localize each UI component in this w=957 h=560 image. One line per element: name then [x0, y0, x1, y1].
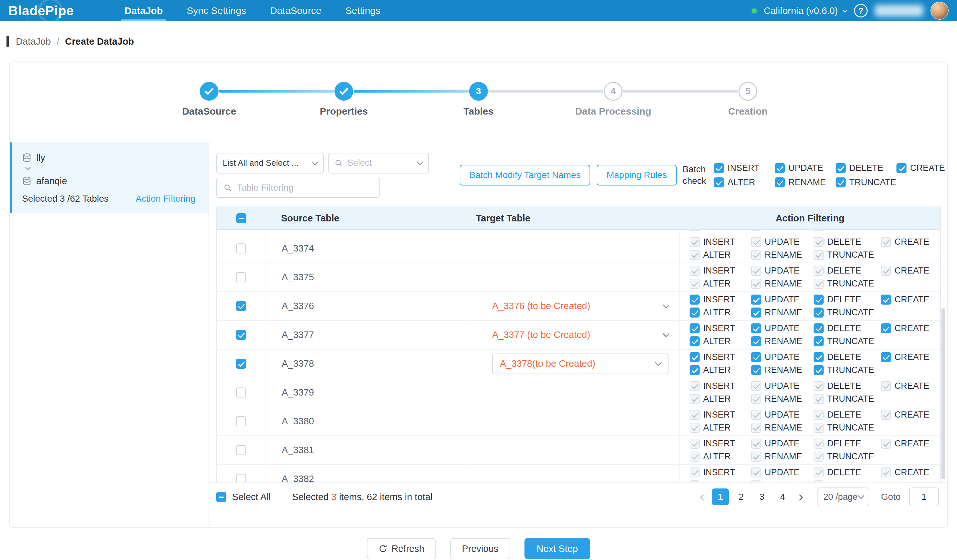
- action-checkbox-insert[interactable]: [690, 295, 700, 304]
- action-checkbox-truncate[interactable]: [813, 308, 824, 317]
- page-button-4[interactable]: 4: [774, 489, 791, 505]
- next-step-button[interactable]: Next Step: [524, 538, 590, 559]
- batch-action-alter[interactable]: ALTER: [714, 177, 775, 188]
- row-select-checkbox[interactable]: [236, 388, 246, 398]
- row-action-truncate[interactable]: TRUNCATE: [813, 365, 881, 375]
- row-action-update[interactable]: UPDATE: [751, 323, 813, 333]
- select-all-checkbox[interactable]: [216, 492, 226, 502]
- row-action-rename[interactable]: RENAME: [751, 336, 813, 346]
- nav-item-datajob[interactable]: DataJob: [122, 0, 164, 21]
- action-checkbox-insert[interactable]: [690, 352, 700, 362]
- row-select-checkbox[interactable]: [236, 272, 246, 282]
- step-circle-datasource[interactable]: [200, 82, 218, 101]
- nav-item-datasource[interactable]: DataSource: [268, 0, 323, 21]
- batch-action-delete[interactable]: DELETE: [835, 163, 897, 173]
- row-action-create[interactable]: CREATE: [881, 295, 936, 304]
- row-action-create[interactable]: CREATE: [881, 352, 936, 362]
- batch-checkbox-update[interactable]: [775, 163, 785, 173]
- batch-checkbox-insert[interactable]: [714, 163, 724, 173]
- action-checkbox-alter[interactable]: [690, 336, 700, 346]
- target-table-select[interactable]: A_3378(to be Created): [492, 353, 668, 374]
- step-circle-tables[interactable]: 3: [469, 82, 488, 101]
- row-action-alter[interactable]: ALTER: [690, 336, 751, 346]
- prev-page-icon[interactable]: ‹: [696, 489, 708, 505]
- row-action-truncate[interactable]: TRUNCATE: [813, 308, 881, 317]
- action-checkbox-alter[interactable]: [690, 308, 700, 317]
- step-circle-creation[interactable]: 5: [739, 82, 757, 101]
- row-action-rename[interactable]: RENAME: [751, 365, 813, 375]
- nav-item-sync-settings[interactable]: Sync Settings: [185, 0, 248, 21]
- action-checkbox-create[interactable]: [881, 352, 891, 362]
- batch-checkbox-rename[interactable]: [775, 177, 785, 188]
- batch-modify-target-names-button[interactable]: Batch Modify Target Names: [460, 165, 590, 186]
- action-checkbox-alter[interactable]: [690, 365, 700, 375]
- action-checkbox-update[interactable]: [751, 352, 761, 362]
- mapping-rules-button[interactable]: Mapping Rules: [597, 165, 677, 186]
- batch-checkbox-delete[interactable]: [835, 163, 846, 173]
- batch-checkbox-alter[interactable]: [714, 177, 724, 188]
- action-checkbox-create[interactable]: [881, 295, 891, 304]
- batch-action-create[interactable]: CREATE: [897, 163, 948, 173]
- action-checkbox-delete[interactable]: [813, 295, 824, 304]
- action-checkbox-rename[interactable]: [751, 365, 761, 375]
- help-icon[interactable]: ?: [854, 4, 868, 17]
- previous-button[interactable]: Previous: [450, 538, 510, 559]
- row-select-checkbox[interactable]: [236, 445, 246, 455]
- action-checkbox-rename[interactable]: [751, 336, 761, 346]
- row-action-alter[interactable]: ALTER: [690, 365, 751, 375]
- action-checkbox-insert[interactable]: [690, 323, 700, 333]
- batch-checkbox-truncate[interactable]: [835, 177, 846, 188]
- batch-action-insert[interactable]: INSERT: [714, 163, 775, 173]
- action-checkbox-truncate[interactable]: [813, 336, 824, 346]
- row-action-truncate[interactable]: TRUNCATE: [813, 336, 881, 346]
- row-select-checkbox[interactable]: [236, 359, 246, 369]
- datasource-pair-panel[interactable]: lly afanqie Selected 3 /62 Tables Action…: [10, 142, 208, 213]
- batch-action-truncate[interactable]: TRUNCATE: [835, 177, 897, 188]
- row-action-delete[interactable]: DELETE: [813, 323, 881, 333]
- action-filtering-link[interactable]: Action Filtering: [136, 194, 196, 204]
- row-action-update[interactable]: UPDATE: [751, 352, 813, 362]
- row-select-checkbox[interactable]: [236, 416, 246, 426]
- row-action-insert[interactable]: INSERT: [690, 352, 751, 362]
- row-select-checkbox[interactable]: [236, 301, 246, 311]
- select-all-header-checkbox[interactable]: [236, 213, 246, 223]
- row-action-alter[interactable]: ALTER: [690, 308, 751, 317]
- row-action-create[interactable]: CREATE: [881, 323, 936, 333]
- page-size-select[interactable]: 20 /page: [818, 487, 869, 506]
- row-action-insert[interactable]: INSERT: [690, 295, 751, 304]
- table-filter-input[interactable]: [237, 183, 373, 193]
- action-checkbox-rename[interactable]: [751, 308, 761, 317]
- breadcrumb-root[interactable]: DataJob: [16, 36, 51, 47]
- batch-action-update[interactable]: UPDATE: [775, 163, 835, 173]
- row-action-delete[interactable]: DELETE: [813, 295, 881, 304]
- column-select[interactable]: Select: [328, 153, 429, 174]
- next-page-icon[interactable]: ›: [795, 489, 807, 505]
- region-selector[interactable]: California (v0.6.0): [764, 5, 847, 16]
- action-checkbox-delete[interactable]: [813, 352, 824, 362]
- row-action-update[interactable]: UPDATE: [751, 295, 813, 304]
- batch-action-rename[interactable]: RENAME: [775, 177, 835, 188]
- target-table-select[interactable]: A_3376 (to be Created): [492, 301, 668, 311]
- action-checkbox-update[interactable]: [751, 323, 761, 333]
- action-checkbox-update[interactable]: [751, 295, 761, 304]
- action-checkbox-delete[interactable]: [813, 323, 824, 333]
- page-button-3[interactable]: 3: [753, 489, 770, 505]
- row-select-checkbox[interactable]: [236, 243, 246, 254]
- action-checkbox-truncate[interactable]: [813, 365, 824, 375]
- list-mode-select[interactable]: List All and Select ...: [216, 153, 324, 174]
- step-circle-properties[interactable]: [335, 82, 353, 101]
- page-button-2[interactable]: 2: [733, 489, 750, 505]
- batch-checkbox-create[interactable]: [897, 163, 906, 173]
- refresh-button[interactable]: Refresh: [367, 538, 436, 559]
- goto-page-input[interactable]: [909, 487, 939, 506]
- action-checkbox-create[interactable]: [881, 323, 891, 333]
- page-button-1[interactable]: 1: [712, 489, 729, 505]
- row-action-delete[interactable]: DELETE: [813, 352, 881, 362]
- row-select-checkbox[interactable]: [236, 330, 246, 340]
- avatar[interactable]: [930, 2, 949, 20]
- row-action-insert[interactable]: INSERT: [690, 323, 751, 333]
- step-circle-data-processing[interactable]: 4: [604, 82, 622, 101]
- nav-item-settings[interactable]: Settings: [344, 0, 382, 21]
- target-table-select[interactable]: A_3377 (to be Created): [492, 330, 668, 340]
- vertical-scrollbar[interactable]: [941, 308, 945, 479]
